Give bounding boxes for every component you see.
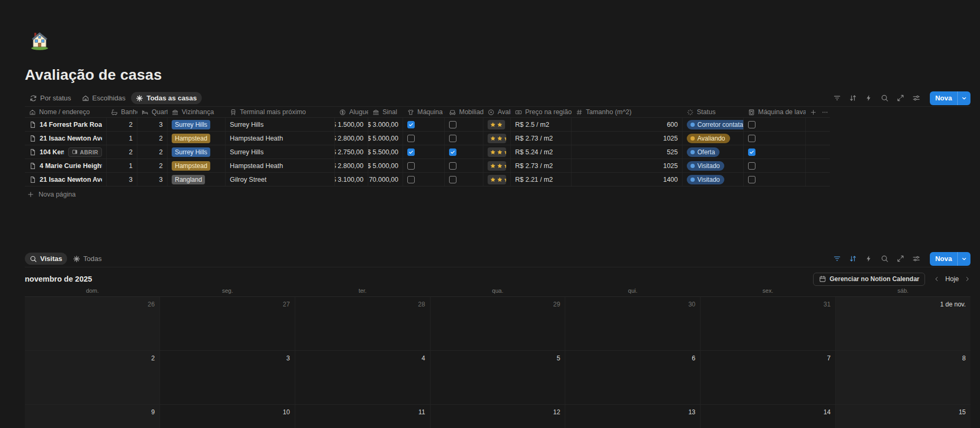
- cell-preco-regiao[interactable]: R$ 2.5 / m2: [511, 118, 572, 131]
- cell-sinal[interactable]: R$ 3.000,00: [368, 118, 403, 131]
- cell-status[interactable]: Visitado: [683, 173, 744, 186]
- column-header-maquina-de-la[interactable]: Máquina de la...: [403, 107, 445, 117]
- cell-aluguel[interactable]: R$ 2.800,00: [335, 132, 368, 145]
- cell-avaliacao[interactable]: [483, 118, 511, 131]
- search-icon[interactable]: [881, 94, 889, 102]
- tune-icon[interactable]: [912, 94, 920, 102]
- cell-tamanho[interactable]: 1400: [572, 173, 683, 186]
- cell-maquina-lavar[interactable]: [403, 145, 445, 159]
- column-header-maquina-de-lavar-roupa[interactable]: Máquina de lavar roupa: [744, 107, 806, 117]
- cell-name[interactable]: 4 Marie Curie Heights: [25, 159, 107, 172]
- cell-maquina-lavar-roupa[interactable]: [744, 118, 806, 131]
- cell-maquina-lavar-roupa[interactable]: [744, 173, 806, 186]
- new-button-dropdown[interactable]: [958, 95, 970, 101]
- maquina-lavar-roupa-checkbox[interactable]: [748, 176, 755, 183]
- column-header-mobiliado[interactable]: Mobiliado?: [445, 107, 483, 117]
- calendar-day-cell[interactable]: 14: [701, 405, 836, 428]
- column-header-avaliacao[interactable]: Avaliação: [483, 107, 511, 117]
- cell-maquina-lavar-roupa[interactable]: [744, 145, 806, 159]
- maquina-lavar-checkbox[interactable]: [407, 121, 415, 128]
- cell-aluguel[interactable]: R$ 2.800,00: [335, 159, 368, 172]
- today-button[interactable]: Hoje: [942, 275, 962, 283]
- cell-banheiros[interactable]: 2: [107, 145, 137, 159]
- view-tab-todas-as-casas[interactable]: Todas as casas: [131, 92, 201, 104]
- cell-terminal[interactable]: Hampstead Heath: [226, 159, 335, 172]
- cell-preco-regiao[interactable]: R$ 2.73 / m2: [511, 159, 572, 172]
- expand-icon[interactable]: [897, 255, 904, 263]
- new-button[interactable]: Nova: [930, 252, 970, 266]
- calendar-day-cell[interactable]: 1 de nov.: [836, 297, 970, 350]
- column-header-banheir[interactable]: Banheir...: [107, 107, 137, 117]
- cell-quartos[interactable]: 3: [137, 173, 167, 186]
- cell-vizinhanca[interactable]: Rangland: [167, 173, 226, 186]
- cell-avaliacao[interactable]: …: [483, 159, 511, 172]
- cell-status[interactable]: Oferta: [683, 145, 744, 159]
- maquina-lavar-checkbox[interactable]: [407, 148, 415, 156]
- column-header-tamanho-m-2[interactable]: Tamanho (m^2): [572, 107, 683, 117]
- cell-maquina-lavar[interactable]: [403, 159, 445, 172]
- cell-tamanho[interactable]: 1025: [572, 159, 683, 172]
- maquina-lavar-roupa-checkbox[interactable]: [748, 135, 755, 142]
- cell-preco-regiao[interactable]: R$ 2.21 / m2: [511, 173, 572, 186]
- calendar-day-cell[interactable]: 27: [160, 297, 295, 350]
- cell-mobiliado[interactable]: [445, 132, 483, 145]
- mobiliado-checkbox[interactable]: [449, 135, 456, 142]
- maquina-lavar-checkbox[interactable]: [407, 162, 415, 170]
- calendar-day-cell[interactable]: 6: [565, 351, 701, 404]
- cell-quartos[interactable]: 2: [137, 132, 167, 145]
- view-tab-por-status[interactable]: Por status: [25, 92, 76, 104]
- sort-icon[interactable]: [849, 255, 857, 263]
- calendar-day-cell[interactable]: 3: [160, 351, 295, 404]
- cell-terminal[interactable]: Hampstead Heath: [226, 132, 335, 145]
- sort-icon[interactable]: [849, 94, 857, 102]
- maquina-lavar-roupa-checkbox[interactable]: [748, 121, 755, 128]
- calendar-day-cell[interactable]: 9: [25, 405, 160, 428]
- column-header-preco-na-regiao[interactable]: Preço na região: [511, 107, 572, 117]
- search-icon[interactable]: [881, 255, 889, 263]
- cell-maquina-lavar-roupa[interactable]: [744, 132, 806, 145]
- cell-maquina-lavar[interactable]: [403, 118, 445, 131]
- calendar-day-cell[interactable]: 11: [295, 405, 431, 428]
- maquina-lavar-checkbox[interactable]: [407, 135, 415, 142]
- cell-sinal[interactable]: R$ 5.000,00: [368, 159, 403, 172]
- cell-maquina-lavar[interactable]: [403, 173, 445, 186]
- column-header-terminal-mais-proximo[interactable]: Terminal mais próximo: [226, 107, 335, 117]
- cell-tamanho[interactable]: 525: [572, 145, 683, 159]
- maquina-lavar-checkbox[interactable]: [407, 176, 415, 183]
- column-header-status[interactable]: Status: [683, 107, 744, 117]
- new-button[interactable]: Nova: [930, 91, 970, 105]
- column-header-quartos[interactable]: Quartos: [137, 107, 167, 117]
- view-tab-visitas[interactable]: Visitas: [25, 253, 67, 265]
- calendar-day-cell[interactable]: 12: [431, 405, 566, 428]
- cell-aluguel[interactable]: R$ 2.750,00: [335, 145, 368, 159]
- add-column-button[interactable]: [806, 107, 817, 117]
- calendar-day-cell[interactable]: 29: [431, 297, 566, 350]
- cell-tamanho[interactable]: 1025: [572, 132, 683, 145]
- mobiliado-checkbox[interactable]: [449, 176, 456, 183]
- cell-quartos[interactable]: 2: [137, 159, 167, 172]
- expand-icon[interactable]: [897, 94, 904, 102]
- cell-tamanho[interactable]: 600: [572, 118, 683, 131]
- cell-mobiliado[interactable]: [445, 145, 483, 159]
- cell-avaliacao[interactable]: …: [483, 145, 511, 159]
- cell-name[interactable]: 21 Isaac Newton Avenue: [25, 132, 107, 145]
- cell-mobiliado[interactable]: [445, 159, 483, 172]
- cell-vizinhanca[interactable]: Surrey Hills: [167, 118, 226, 131]
- tune-icon[interactable]: [912, 255, 920, 263]
- calendar-day-cell[interactable]: 4: [295, 351, 431, 404]
- open-button[interactable]: ABRIR: [68, 147, 102, 157]
- cell-vizinhanca[interactable]: Surrey Hills: [167, 145, 226, 159]
- cell-sinal[interactable]: R$ 5.500,00: [368, 145, 403, 159]
- cell-status[interactable]: Visitado: [683, 159, 744, 172]
- chevron-right-icon[interactable]: [964, 276, 970, 282]
- cell-banheiros[interactable]: 2: [107, 118, 137, 131]
- new-page-row[interactable]: Nova página: [25, 187, 970, 201]
- calendar-day-cell[interactable]: 8: [836, 351, 970, 404]
- mobiliado-checkbox[interactable]: [449, 121, 456, 128]
- calendar-day-cell[interactable]: 10: [160, 405, 295, 428]
- column-header-nome-endereco[interactable]: Nome / endereço: [25, 107, 107, 117]
- table-options-button[interactable]: [817, 107, 830, 117]
- cell-banheiros[interactable]: 1: [107, 159, 137, 172]
- cell-name[interactable]: 21 Isaac Newton Avenue: [25, 173, 107, 186]
- mobiliado-checkbox[interactable]: [449, 162, 456, 170]
